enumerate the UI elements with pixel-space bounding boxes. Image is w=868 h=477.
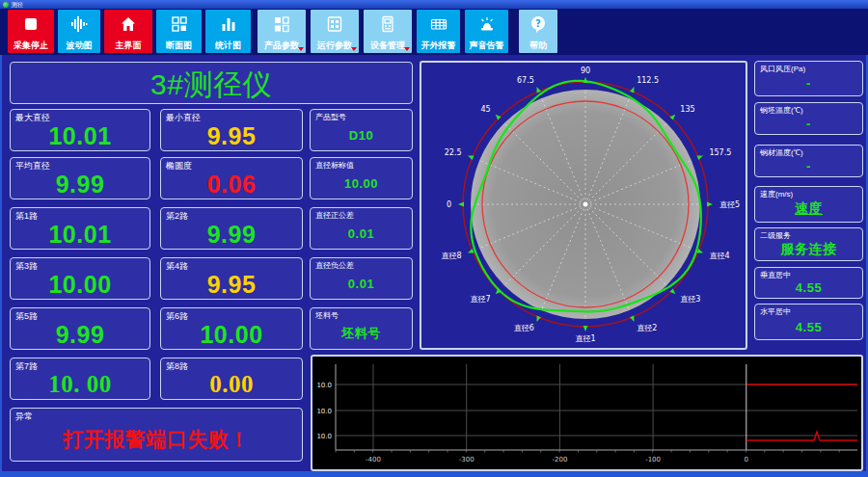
- button-label: 运行参数: [317, 41, 352, 50]
- toolbar: 采集停止 波动图 主界面 断面图 统计图 产品参数: [0, 9, 868, 55]
- svg-text:直径5: 直径5: [719, 200, 740, 209]
- field-value: -: [760, 158, 857, 173]
- field-label: 风口风压(Pa): [760, 65, 857, 74]
- svg-text:-200: -200: [552, 456, 567, 464]
- window-titlebar: 测径: [0, 0, 868, 9]
- field-nominal-diameter: 直径标称值 10.00: [310, 157, 413, 199]
- field-label: 钢材温度(℃): [760, 148, 857, 158]
- svg-text:-300: -300: [459, 456, 475, 464]
- btn-run-params[interactable]: 运行参数: [311, 10, 359, 53]
- device-icon: [377, 13, 398, 35]
- gauge-title: 3#测径仪: [15, 66, 407, 105]
- svg-text:67.5: 67.5: [517, 76, 534, 85]
- dropdown-arrow-icon: [298, 47, 304, 51]
- polar-chart-svg: 022.54567.590112.5135157.5直径5直径4直径3直径2直径…: [421, 63, 746, 348]
- svg-text:10.0: 10.0: [316, 433, 332, 440]
- svg-text:直径4: 直径4: [709, 252, 729, 260]
- svg-text:-100: -100: [645, 456, 661, 464]
- field-label: 第1路: [15, 211, 145, 221]
- trend-chart-panel: 10.010.010.0-400-300-200-1000: [311, 355, 863, 471]
- svg-text:0: 0: [447, 200, 451, 209]
- svg-text:直径2: 直径2: [637, 324, 657, 332]
- svg-text:135: 135: [680, 105, 694, 114]
- help-icon: ?: [528, 13, 549, 35]
- field-value: -: [760, 74, 857, 93]
- run-params-icon: [324, 13, 345, 35]
- field-channel-1: 第1路 10.01: [10, 207, 150, 250]
- field-label: 速度(m/s): [760, 190, 857, 199]
- field-value: 9.99: [15, 321, 145, 349]
- field-product-model: 产品型号 D10: [310, 109, 413, 151]
- field-label: 最小直径: [166, 113, 297, 122]
- btn-help[interactable]: ? 帮助: [519, 10, 557, 53]
- field-value: 10.00: [315, 171, 407, 196]
- btn-sound-alarm[interactable]: 声音告警: [465, 10, 508, 53]
- field-channel-7: 第7路 10. 00: [10, 358, 150, 400]
- field-channel-3: 第3路 10.00: [10, 257, 150, 300]
- field-label: 第7路: [15, 361, 145, 371]
- btn-stop-acquisition[interactable]: 采集停止: [8, 10, 54, 53]
- btn-main-screen[interactable]: 主界面: [104, 10, 152, 53]
- field-tolerance-plus: 直径正公差 0.01: [310, 207, 413, 250]
- svg-text:直径3: 直径3: [680, 295, 700, 304]
- field-value: 10.00: [15, 271, 145, 299]
- field-channel-2: 第2路 9.99: [160, 207, 303, 250]
- btn-wave-chart[interactable]: 波动图: [58, 10, 100, 53]
- button-label: 采集停止: [14, 41, 48, 50]
- field-value: 0.00: [166, 371, 297, 398]
- btn-section-chart[interactable]: 断面图: [156, 10, 202, 53]
- field-channel-4: 第4路 9.95: [160, 257, 303, 300]
- field-channel-5: 第5路 9.99: [10, 307, 150, 350]
- btn-external-alarm[interactable]: 开外报警: [417, 10, 460, 53]
- product-params-icon: [271, 13, 292, 35]
- home-icon: [118, 13, 139, 35]
- field-label: 最大直径: [15, 113, 145, 122]
- button-label: 断面图: [166, 41, 192, 50]
- field-value: 0.06: [166, 171, 297, 199]
- svg-text:直径7: 直径7: [471, 295, 491, 304]
- field-label: 垂直居中: [760, 271, 857, 280]
- field-avg-diameter: 平均直径 9.99: [10, 157, 150, 199]
- button-label: 设备管理: [370, 41, 405, 50]
- field-vertical-center: 垂直居中 4.55: [754, 267, 863, 299]
- field-channel-6: 第6路 10.00: [160, 307, 303, 350]
- exception-message: 打开报警端口失败！: [15, 421, 297, 458]
- button-label: 声音告警: [470, 41, 504, 50]
- button-label: 产品参数: [264, 41, 299, 50]
- field-speed[interactable]: 速度(m/s) 速度: [754, 186, 863, 223]
- field-label: 异常: [15, 411, 297, 421]
- field-label: 平均直径: [15, 161, 145, 171]
- svg-text:157.5: 157.5: [709, 148, 731, 157]
- grid-icon: [169, 13, 190, 35]
- btn-device-mgmt[interactable]: 设备管理: [364, 10, 412, 53]
- field-value: 速度: [760, 199, 857, 219]
- button-label: 帮助: [529, 41, 547, 50]
- field-min-diameter: 最小直径 9.95: [160, 109, 303, 151]
- button-label: 波动图: [67, 41, 93, 50]
- dropdown-arrow-icon: [351, 47, 357, 51]
- btn-stats-chart[interactable]: 统计图: [205, 10, 251, 53]
- field-tolerance-minus: 直径负公差 0.01: [310, 257, 413, 300]
- field-value: 0.01: [315, 271, 407, 296]
- field-billet-temp: 钢坯温度(℃) -: [754, 102, 863, 135]
- svg-text:直径6: 直径6: [514, 324, 534, 332]
- field-label: 第2路: [166, 211, 297, 221]
- button-label: 统计图: [215, 41, 241, 50]
- svg-text:?: ?: [535, 18, 541, 29]
- svg-text:112.5: 112.5: [637, 76, 659, 85]
- svg-text:10.0: 10.0: [316, 408, 332, 415]
- field-l2-service[interactable]: 二级服务 服务连接: [754, 227, 863, 261]
- svg-text:45: 45: [481, 105, 491, 114]
- btn-product-params[interactable]: 产品参数: [258, 10, 306, 53]
- keyboard-icon: [428, 13, 449, 35]
- field-value: 坯料号: [315, 321, 407, 346]
- field-steel-temp: 钢材温度(℃) -: [754, 145, 863, 177]
- siren-icon: [476, 13, 498, 35]
- field-value: D10: [315, 122, 407, 147]
- waveform-icon: [68, 13, 90, 35]
- field-label: 坯料号: [315, 311, 407, 321]
- window-title: 测径: [12, 2, 23, 8]
- field-horizontal-center: 水平居中 4.55: [754, 304, 863, 340]
- gauge-title-box: 3#测径仪: [10, 62, 413, 104]
- field-value: 10.01: [15, 221, 145, 249]
